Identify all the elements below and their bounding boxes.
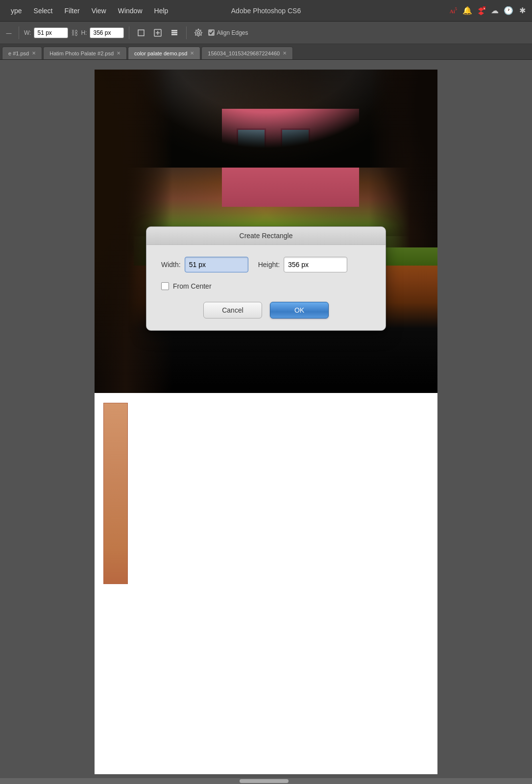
dialog-width-label: Width: bbox=[161, 261, 181, 269]
menu-right-icons: Ai 5 🔔 x ☁ 🕐 ✱ bbox=[449, 6, 527, 16]
dropbox-icon[interactable]: x bbox=[476, 6, 486, 16]
tab-1-label: Hatim Photo Palate #2.psd bbox=[49, 50, 114, 56]
notification-icon[interactable]: 🔔 bbox=[462, 6, 472, 16]
align-edges-group: Align Edges bbox=[208, 29, 248, 36]
svg-rect-10 bbox=[171, 32, 177, 33]
from-center-group: From Center bbox=[161, 282, 371, 290]
dialog-fields: Width: Height: bbox=[161, 257, 371, 272]
dialog-height-label: Height: bbox=[258, 261, 280, 269]
app-title: Adobe Photoshop CS6 bbox=[231, 7, 301, 15]
dialog-buttons: Cancel OK bbox=[161, 302, 371, 318]
height-field-group: Height: bbox=[258, 257, 347, 272]
menu-help[interactable]: Help bbox=[148, 0, 174, 21]
tab-2[interactable]: color palate demo.psd ✕ bbox=[128, 47, 200, 59]
height-input[interactable] bbox=[90, 27, 124, 38]
layers-btn[interactable] bbox=[168, 26, 181, 40]
align-edges-checkbox[interactable] bbox=[208, 29, 215, 36]
tab-0[interactable]: e #1.psd ✕ bbox=[2, 47, 42, 59]
scrollbar-thumb[interactable] bbox=[240, 779, 289, 783]
width-input[interactable] bbox=[34, 27, 68, 38]
tree-right-overlay bbox=[369, 70, 437, 247]
canvas-area: Create Rectangle Width: Height: From Cen… bbox=[0, 60, 532, 784]
svg-rect-9 bbox=[171, 30, 177, 31]
color-swatch-rectangle bbox=[103, 403, 128, 584]
dialog-title-bar: Create Rectangle bbox=[146, 227, 386, 245]
tab-3-label: 156034_10153429687224460 bbox=[208, 50, 280, 56]
svg-text:Ai: Ai bbox=[450, 8, 455, 14]
menu-select[interactable]: Select bbox=[28, 0, 59, 21]
align-edges-label: Align Edges bbox=[217, 29, 248, 36]
svg-rect-5 bbox=[138, 30, 144, 36]
toolbar-arrow: — bbox=[4, 28, 14, 38]
toolbar-sep-3 bbox=[186, 26, 187, 39]
dialog-height-input[interactable] bbox=[284, 257, 347, 272]
tab-1[interactable]: Hatim Photo Palate #2.psd ✕ bbox=[43, 47, 127, 59]
menu-type[interactable]: ype bbox=[5, 0, 28, 21]
menu-window[interactable]: Window bbox=[112, 0, 148, 21]
doc-tabs: e #1.psd ✕ Hatim Photo Palate #2.psd ✕ c… bbox=[0, 44, 532, 60]
svg-point-12 bbox=[197, 31, 200, 34]
menu-bar: ype Select Filter View Window Help Adobe… bbox=[0, 0, 532, 22]
tab-2-label: color palate demo.psd bbox=[134, 50, 187, 56]
tab-3-close[interactable]: ✕ bbox=[283, 50, 287, 56]
tab-0-close[interactable]: ✕ bbox=[32, 50, 36, 56]
toolbar-sep-1 bbox=[19, 26, 19, 39]
tab-3[interactable]: 156034_10153429687224460 ✕ bbox=[201, 47, 293, 59]
tab-0-label: e #1.psd bbox=[8, 50, 29, 56]
width-field-group: Width: bbox=[161, 257, 248, 272]
width-label: W: bbox=[24, 29, 31, 36]
tab-2-close[interactable]: ✕ bbox=[190, 50, 194, 56]
creative-cloud-icon[interactable]: ☁ bbox=[490, 6, 500, 16]
svg-rect-11 bbox=[171, 34, 177, 35]
menu-filter[interactable]: Filter bbox=[59, 0, 86, 21]
dialog-width-input[interactable] bbox=[185, 257, 248, 272]
toolbar-sep-2 bbox=[129, 26, 129, 39]
from-center-label: From Center bbox=[173, 282, 212, 290]
ai-icon: Ai 5 bbox=[449, 6, 459, 16]
white-canvas bbox=[95, 393, 437, 774]
create-rectangle-dialog[interactable]: Create Rectangle Width: Height: From Cen… bbox=[146, 226, 386, 331]
horizontal-scrollbar[interactable] bbox=[0, 778, 532, 784]
svg-text:5: 5 bbox=[455, 7, 457, 11]
history-icon[interactable]: 🕐 bbox=[504, 6, 513, 16]
save-to-shape-btn[interactable] bbox=[151, 26, 165, 40]
toolbar: — W: ⛓ H: Align Edges bbox=[0, 22, 532, 44]
tab-1-close[interactable]: ✕ bbox=[117, 50, 121, 56]
menu-view[interactable]: View bbox=[86, 0, 112, 21]
cancel-button[interactable]: Cancel bbox=[203, 302, 262, 318]
ok-button[interactable]: OK bbox=[270, 302, 329, 318]
rect-shape-btn[interactable] bbox=[134, 26, 148, 40]
bluetooth-icon[interactable]: ✱ bbox=[517, 6, 527, 16]
height-label: H: bbox=[81, 29, 87, 36]
settings-btn[interactable] bbox=[192, 26, 205, 40]
from-center-checkbox[interactable] bbox=[161, 282, 169, 290]
dialog-body: Width: Height: From Center Cancel OK bbox=[146, 245, 386, 330]
link-icon[interactable]: ⛓ bbox=[71, 29, 78, 37]
